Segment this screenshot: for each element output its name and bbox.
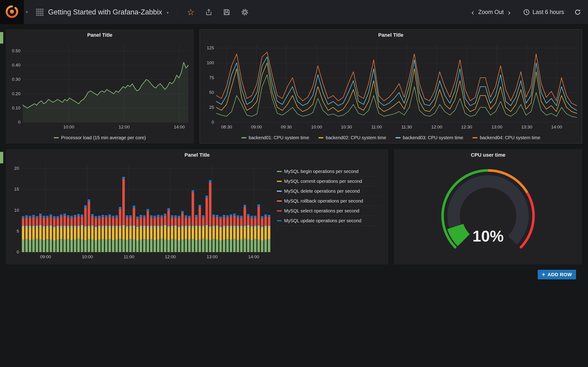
cpu-system-time-chart[interactable] xyxy=(201,41,580,132)
zoom-out-button[interactable]: Zoom Out xyxy=(477,9,505,15)
legend-item[interactable]: backend04: CPU system time xyxy=(473,135,540,140)
legend-label: backend04: CPU system time xyxy=(480,135,540,140)
dashboard-grid-icon xyxy=(36,8,44,16)
cpu-user-time-gauge[interactable] xyxy=(396,161,580,263)
panel-processor-load: Panel Title Processor load (15 min avera… xyxy=(6,29,194,143)
grafana-logo-button[interactable] xyxy=(0,0,24,24)
star-icon: ☆ xyxy=(187,8,195,17)
dashboard-body: Panel Title Processor load (15 min avera… xyxy=(0,24,588,279)
legend-label: MySQL update operations per second xyxy=(284,218,361,223)
dashboard-title: Getting Started with Grafana-Zabbix xyxy=(48,8,162,16)
time-shift-forward-button[interactable]: › xyxy=(505,8,514,16)
series-color-swatch xyxy=(277,191,282,192)
save-button[interactable] xyxy=(223,8,230,16)
panel-title[interactable]: Panel Title xyxy=(200,30,582,41)
series-color-swatch xyxy=(277,181,282,182)
series-color-swatch xyxy=(473,137,477,138)
navbar-divider xyxy=(177,7,178,17)
panel-cpu-user-time: CPU user time 10% xyxy=(394,149,582,264)
add-row-label: ADD ROW xyxy=(548,272,572,277)
legend-item[interactable]: backend03: CPU system time xyxy=(396,135,463,140)
series-color-swatch xyxy=(54,137,59,138)
add-row-button[interactable]: + ADD ROW xyxy=(538,270,576,279)
legend-item[interactable]: Processor load (15 min average per core) xyxy=(54,135,146,140)
dashboard-picker[interactable]: Getting Started with Grafana-Zabbix ▾ xyxy=(36,8,169,16)
legend-item[interactable]: MySQL delete operations per second xyxy=(275,186,381,196)
refresh-button[interactable] xyxy=(574,9,581,16)
panel-legend: backend01: CPU system time backend02: CP… xyxy=(200,132,582,143)
panel-title[interactable]: Panel Title xyxy=(6,150,388,161)
panel-title[interactable]: CPU user time xyxy=(394,150,582,161)
series-color-swatch xyxy=(242,137,246,138)
save-icon xyxy=(223,8,230,16)
gear-icon xyxy=(241,8,249,16)
panel-title[interactable]: Panel Title xyxy=(6,30,193,41)
panel-legend: MySQL begin operations per second MySQL … xyxy=(275,161,384,263)
legend-label: MySQL delete operations per second xyxy=(284,189,360,194)
grafana-logo xyxy=(5,5,19,19)
legend-label: MySQL select operations per second xyxy=(284,208,359,214)
legend-item[interactable]: backend01: CPU system time xyxy=(242,135,309,140)
top-navbar: ▾ Getting Started with Grafana-Zabbix ▾ … xyxy=(0,0,588,24)
share-icon xyxy=(205,8,212,16)
series-color-swatch xyxy=(277,210,282,211)
series-color-swatch xyxy=(277,171,282,172)
legend-label: MySQL rollback operations per second xyxy=(284,198,363,204)
row-handle-1[interactable] xyxy=(0,32,3,44)
panel-legend: Processor load (15 min average per core) xyxy=(6,132,193,143)
favorite-star-button[interactable]: ☆ xyxy=(187,8,195,17)
legend-label: MySQL begin operations per second xyxy=(284,169,359,174)
series-color-swatch xyxy=(396,137,401,138)
dashboard-title-caret-icon: ▾ xyxy=(167,10,169,15)
legend-label: Processor load (15 min average per core) xyxy=(61,135,146,140)
series-color-swatch xyxy=(277,200,282,202)
panel-mysql-operations: Panel Title MySQL begin operations per s… xyxy=(6,149,388,264)
legend-item[interactable]: MySQL begin operations per second xyxy=(275,167,381,176)
time-range-picker[interactable]: Last 6 hours xyxy=(523,9,564,15)
time-shift-back-button[interactable]: ‹ xyxy=(468,8,477,16)
clock-icon xyxy=(523,9,530,15)
legend-label: backend01: CPU system time xyxy=(249,135,309,140)
legend-item[interactable]: MySQL rollback operations per second xyxy=(275,196,381,206)
panel-cpu-system-time: Panel Title backend01: CPU system time b… xyxy=(199,29,582,143)
plus-icon: + xyxy=(542,272,545,277)
processor-load-chart[interactable] xyxy=(8,41,192,132)
legend-item[interactable]: MySQL commit operations per second xyxy=(275,176,381,186)
mysql-operations-chart[interactable] xyxy=(6,161,275,263)
legend-label: backend02: CPU system time xyxy=(326,135,386,140)
row-handle-2[interactable] xyxy=(0,152,3,163)
time-range-label: Last 6 hours xyxy=(532,9,564,15)
legend-label: MySQL commit operations per second xyxy=(284,179,362,184)
legend-label: backend03: CPU system time xyxy=(403,135,463,140)
legend-item[interactable]: MySQL update operations per second xyxy=(275,216,381,226)
refresh-icon xyxy=(574,9,581,16)
share-button[interactable] xyxy=(205,8,212,16)
settings-button[interactable] xyxy=(241,8,249,16)
main-menu-caret-icon[interactable]: ▾ xyxy=(26,9,28,15)
legend-item[interactable]: MySQL select operations per second xyxy=(275,206,381,216)
legend-item[interactable]: backend02: CPU system time xyxy=(318,135,386,140)
series-color-swatch xyxy=(318,137,323,138)
series-color-swatch xyxy=(277,220,282,221)
